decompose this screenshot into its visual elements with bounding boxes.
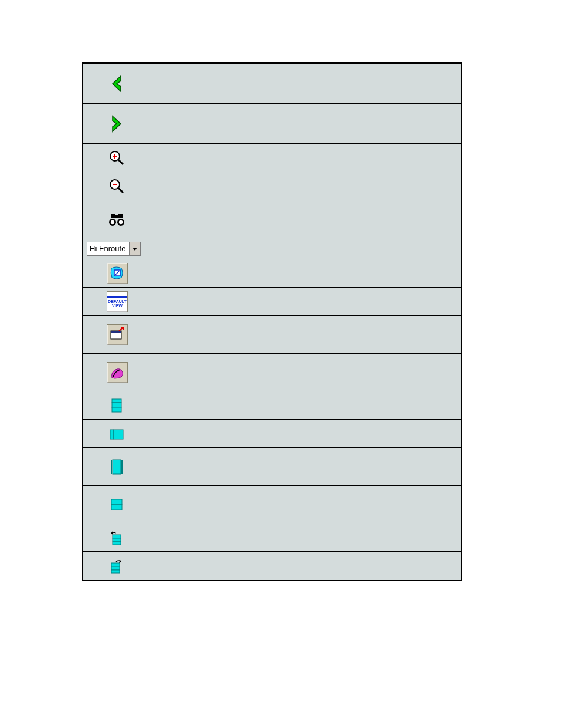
- default-view-button[interactable]: DEFAULT VIEW: [107, 291, 128, 312]
- row-block-top: [83, 391, 461, 420]
- binoculars-icon: [107, 209, 127, 229]
- svg-line-1: [118, 160, 123, 164]
- svg-line-5: [118, 188, 123, 193]
- region-map-button[interactable]: [107, 263, 128, 284]
- row-block-split: [83, 486, 461, 523]
- row-chart-select: Hi Enroute: [83, 238, 461, 259]
- row-back: [83, 64, 461, 104]
- toolbar-panel: Hi Enroute DEFAULT VIEW: [82, 62, 462, 581]
- row-find: [83, 200, 461, 238]
- block-left-button[interactable]: [107, 424, 127, 444]
- row-default-view: DEFAULT VIEW: [83, 288, 461, 316]
- svg-rect-9: [115, 215, 118, 218]
- svg-point-12: [111, 220, 114, 223]
- svg-rect-7: [111, 214, 115, 218]
- forward-button[interactable]: [107, 114, 127, 134]
- route-tool-button[interactable]: [107, 362, 128, 383]
- row-zoom-in: [83, 144, 461, 172]
- block-top-icon: [109, 397, 124, 414]
- redo-block-button[interactable]: [107, 556, 127, 576]
- svg-rect-33: [111, 570, 120, 573]
- route-tool-icon: [108, 364, 126, 381]
- chevron-right-icon: [107, 114, 127, 134]
- svg-rect-20: [112, 407, 121, 412]
- default-view-label-top: DEFAULT: [108, 299, 127, 304]
- zoom-in-icon: [108, 149, 125, 167]
- undo-block-button[interactable]: [107, 528, 127, 548]
- row-block-vertical: [83, 448, 461, 486]
- row-undo-block: [83, 523, 461, 552]
- row-redo-block: [83, 552, 461, 580]
- block-vertical-button[interactable]: [107, 457, 127, 477]
- svg-rect-21: [110, 430, 114, 439]
- undo-block-icon: [108, 529, 125, 546]
- row-zoom-out: [83, 172, 461, 200]
- svg-point-13: [119, 220, 123, 223]
- block-left-icon: [108, 426, 125, 442]
- back-button[interactable]: [107, 74, 127, 94]
- open-window-button[interactable]: [107, 324, 128, 345]
- block-top-button[interactable]: [107, 396, 127, 416]
- map-region-icon: [108, 265, 126, 282]
- block-split-icon: [109, 497, 124, 512]
- default-view-label-bot: VIEW: [112, 304, 123, 308]
- svg-rect-27: [111, 505, 122, 510]
- svg-rect-32: [111, 566, 120, 570]
- row-open-window: [83, 316, 461, 354]
- svg-rect-8: [118, 214, 123, 218]
- zoom-out-button[interactable]: [107, 176, 127, 196]
- chart-type-select[interactable]: Hi Enroute: [87, 242, 141, 256]
- svg-rect-26: [111, 499, 122, 505]
- svg-rect-28: [113, 535, 121, 538]
- find-button[interactable]: [107, 209, 127, 229]
- window-popout-icon: [108, 326, 126, 344]
- svg-rect-17: [111, 331, 121, 333]
- svg-rect-29: [113, 538, 121, 542]
- row-route-tool: [83, 354, 461, 391]
- zoom-out-icon: [108, 177, 125, 195]
- default-view-icon: [107, 296, 127, 298]
- block-split-button[interactable]: [107, 495, 127, 515]
- svg-rect-22: [114, 430, 123, 439]
- svg-rect-19: [112, 403, 121, 407]
- dropdown-arrow-icon: [129, 242, 140, 255]
- row-region-map: [83, 259, 461, 288]
- chart-type-select-value: Hi Enroute: [90, 244, 129, 253]
- zoom-in-button[interactable]: [107, 148, 127, 168]
- block-vertical-icon: [110, 458, 124, 476]
- svg-rect-30: [113, 542, 121, 545]
- row-forward: [83, 104, 461, 144]
- chevron-left-icon: [107, 74, 127, 94]
- svg-rect-31: [111, 563, 120, 566]
- row-block-left: [83, 420, 461, 448]
- svg-rect-18: [112, 399, 121, 403]
- svg-rect-23: [113, 460, 121, 474]
- redo-block-icon: [108, 557, 125, 575]
